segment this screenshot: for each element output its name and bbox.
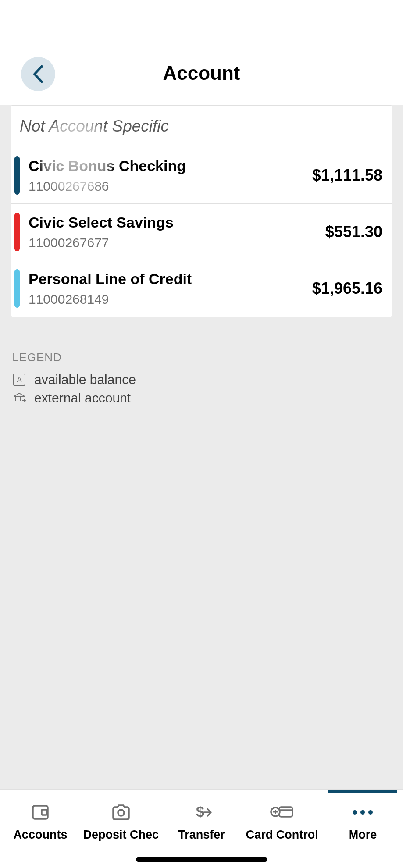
legend-label: available balance [34,372,136,387]
chevron-left-icon [32,65,44,83]
card-controls-icon [270,802,294,823]
nav-transfer[interactable]: $ Transfer [161,790,242,868]
app-header: Account [0,0,403,105]
nav-label: Card Control [246,828,318,842]
account-row-savings[interactable]: Civic Select Savings 11000267677 $551.30 [11,204,392,260]
account-color-indicator [14,156,20,195]
legend-item-available: A available balance [12,372,391,387]
nav-label: Transfer [178,828,225,842]
nav-label: Accounts [13,828,67,842]
account-balance: $1,111.58 [312,166,382,185]
home-indicator[interactable] [136,857,267,862]
transfer-icon: $ [190,802,213,823]
svg-point-6 [118,810,124,816]
svg-text:$: $ [196,804,204,820]
nav-accounts[interactable]: Accounts [0,790,81,868]
account-number: 11000268149 [29,292,312,307]
account-row-checking[interactable]: Civic Bonus Checking 11000267686 $1,111.… [11,147,392,204]
account-info: Civic Bonus Checking 11000267686 [29,157,312,194]
main-content: Not Account Specific Civic Bonus Checkin… [0,105,403,789]
external-account-icon [12,391,26,405]
legend-label: external account [34,391,131,406]
account-balance: $551.30 [325,223,382,241]
nav-card-controls[interactable]: Card Control [242,790,322,868]
divider [12,340,391,340]
camera-icon [111,802,131,823]
nav-label: More [349,828,377,842]
account-number: 11000267686 [29,179,312,194]
page-title: Account [0,62,403,84]
legend-title: LEGEND [12,351,391,364]
account-info: Personal Line of Credit 11000268149 [29,270,312,307]
account-balance: $1,965.16 [312,279,382,298]
svg-rect-8 [279,807,292,817]
back-button[interactable] [21,57,55,91]
account-number: 11000267677 [29,235,325,250]
wallet-icon [31,802,50,823]
nav-more[interactable]: More [322,790,403,868]
account-name: Civic Select Savings [29,214,325,231]
account-color-indicator [14,269,20,308]
section-header: Not Account Specific [11,106,392,147]
svg-rect-4 [33,806,48,819]
account-info: Civic Select Savings 11000267677 [29,214,325,250]
bottom-navigation: Accounts Deposit Chec $ Transfer [0,789,403,868]
more-icon [353,802,373,823]
account-row-credit[interactable]: Personal Line of Credit 11000268149 $1,9… [11,260,392,317]
account-name: Personal Line of Credit [29,270,312,288]
account-list-card: Not Account Specific Civic Bonus Checkin… [11,105,392,317]
nav-label: Deposit Chec [83,828,159,842]
legend-item-external: external account [12,391,391,406]
available-balance-icon: A [12,373,26,387]
legend-section: LEGEND A available balance external acco… [11,340,392,406]
nav-deposit-check[interactable]: Deposit Chec [81,790,161,868]
svg-rect-5 [42,810,47,815]
account-color-indicator [14,213,20,251]
account-name: Civic Bonus Checking [29,157,312,174]
